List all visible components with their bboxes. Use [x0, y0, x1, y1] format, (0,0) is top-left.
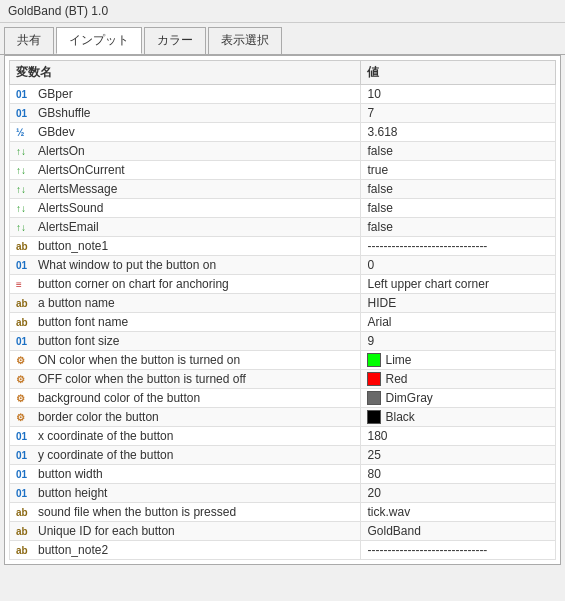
- param-name-label: AlertsOnCurrent: [38, 163, 125, 177]
- type-icon: ≡: [16, 279, 34, 290]
- param-value-label: 25: [367, 448, 380, 462]
- param-name-label: sound file when the button is pressed: [38, 505, 236, 519]
- param-value-label: Lime: [385, 353, 411, 367]
- param-value-cell: 20: [361, 484, 556, 503]
- tab-display[interactable]: 表示選択: [208, 27, 282, 54]
- param-name-label: border color the button: [38, 410, 159, 424]
- color-swatch: [367, 410, 381, 424]
- table-row: ≡button corner on chart for anchoringLef…: [10, 275, 556, 294]
- type-icon: 01: [16, 469, 34, 480]
- param-value-cell: GoldBand: [361, 522, 556, 541]
- param-name-label: AlertsEmail: [38, 220, 99, 234]
- table-row: 01GBshuffle7: [10, 104, 556, 123]
- param-name-label: OFF color when the button is turned off: [38, 372, 246, 386]
- table-row: 01y coordinate of the button25: [10, 446, 556, 465]
- table-row: ↑↓AlertsMessagefalse: [10, 180, 556, 199]
- param-name-cell: ⚙border color the button: [10, 408, 361, 427]
- table-row: ↑↓AlertsOnfalse: [10, 142, 556, 161]
- param-name-label: a button name: [38, 296, 115, 310]
- tab-input[interactable]: インプット: [56, 27, 142, 54]
- param-name-cell: ½GBdev: [10, 123, 361, 142]
- param-name-cell: 01y coordinate of the button: [10, 446, 361, 465]
- table-row: ↑↓AlertsOnCurrenttrue: [10, 161, 556, 180]
- type-icon: ↑↓: [16, 184, 34, 195]
- param-name-cell: 01x coordinate of the button: [10, 427, 361, 446]
- param-name-cell: ⚙OFF color when the button is turned off: [10, 370, 361, 389]
- param-value-cell: Red: [361, 370, 556, 389]
- param-value-label: false: [367, 201, 392, 215]
- table-row: 01x coordinate of the button180: [10, 427, 556, 446]
- param-name-cell: 01button width: [10, 465, 361, 484]
- column-header-name: 変数名: [10, 61, 361, 85]
- param-name-label: button height: [38, 486, 107, 500]
- param-value-label: DimGray: [385, 391, 432, 405]
- param-value-label: 180: [367, 429, 387, 443]
- param-name-cell: 01What window to put the button on: [10, 256, 361, 275]
- param-value-label: false: [367, 220, 392, 234]
- app-title: GoldBand (BT) 1.0: [8, 4, 108, 18]
- tab-share[interactable]: 共有: [4, 27, 54, 54]
- param-name-label: button font size: [38, 334, 119, 348]
- param-value-label: 20: [367, 486, 380, 500]
- table-row: absound file when the button is pressedt…: [10, 503, 556, 522]
- param-name-label: AlertsMessage: [38, 182, 117, 196]
- table-row: 01GBper10: [10, 85, 556, 104]
- param-value-cell: false: [361, 180, 556, 199]
- param-name-cell: ↑↓AlertsEmail: [10, 218, 361, 237]
- type-icon: ⚙: [16, 374, 34, 385]
- param-value-label: 3.618: [367, 125, 397, 139]
- param-value-cell: 25: [361, 446, 556, 465]
- type-icon: ⚙: [16, 412, 34, 423]
- table-row: ⚙border color the buttonBlack: [10, 408, 556, 427]
- param-value-cell: 3.618: [361, 123, 556, 142]
- param-name-label: y coordinate of the button: [38, 448, 173, 462]
- param-name-cell: abUnique ID for each button: [10, 522, 361, 541]
- param-name-label: button_note1: [38, 239, 108, 253]
- param-value-label: Black: [385, 410, 414, 424]
- table-row: 01button width80: [10, 465, 556, 484]
- param-name-label: x coordinate of the button: [38, 429, 173, 443]
- param-name-cell: ↑↓AlertsOn: [10, 142, 361, 161]
- param-value-cell: 180: [361, 427, 556, 446]
- table-row: 01button height20: [10, 484, 556, 503]
- table-row: abbutton font nameArial: [10, 313, 556, 332]
- param-name-label: ON color when the button is turned on: [38, 353, 240, 367]
- param-name-cell: aba button name: [10, 294, 361, 313]
- param-value-cell: Black: [361, 408, 556, 427]
- param-value-cell: Left upper chart corner: [361, 275, 556, 294]
- param-value-cell: false: [361, 218, 556, 237]
- param-value-label: ------------------------------: [367, 239, 487, 253]
- param-name-cell: ↑↓AlertsOnCurrent: [10, 161, 361, 180]
- param-value-cell: Arial: [361, 313, 556, 332]
- table-row: ½GBdev3.618: [10, 123, 556, 142]
- table-row: ↑↓AlertsEmailfalse: [10, 218, 556, 237]
- type-icon: 01: [16, 488, 34, 499]
- column-header-value: 値: [361, 61, 556, 85]
- param-value-cell: false: [361, 142, 556, 161]
- param-value-label: Left upper chart corner: [367, 277, 488, 291]
- param-value-label: 9: [367, 334, 374, 348]
- param-value-label: Arial: [367, 315, 391, 329]
- param-name-cell: ↑↓AlertsMessage: [10, 180, 361, 199]
- type-icon: ⚙: [16, 393, 34, 404]
- table-row: ⚙ON color when the button is turned onLi…: [10, 351, 556, 370]
- param-name-cell: 01GBper: [10, 85, 361, 104]
- type-icon: ↑↓: [16, 165, 34, 176]
- type-icon: ⚙: [16, 355, 34, 366]
- table-body: 01GBper1001GBshuffle7½GBdev3.618↑↓Alerts…: [10, 85, 556, 560]
- param-name-cell: 01GBshuffle: [10, 104, 361, 123]
- param-value-label: true: [367, 163, 388, 177]
- param-value-cell: false: [361, 199, 556, 218]
- param-value-cell: 10: [361, 85, 556, 104]
- color-swatch: [367, 372, 381, 386]
- param-value-cell: HIDE: [361, 294, 556, 313]
- tab-bar: 共有 インプット カラー 表示選択: [0, 23, 565, 55]
- param-name-label: GBshuffle: [38, 106, 90, 120]
- tab-color[interactable]: カラー: [144, 27, 206, 54]
- param-value-label: 0: [367, 258, 374, 272]
- param-value-cell: true: [361, 161, 556, 180]
- param-value-label: 7: [367, 106, 374, 120]
- type-icon: ½: [16, 127, 34, 138]
- type-icon: 01: [16, 431, 34, 442]
- param-value-cell: ------------------------------: [361, 237, 556, 256]
